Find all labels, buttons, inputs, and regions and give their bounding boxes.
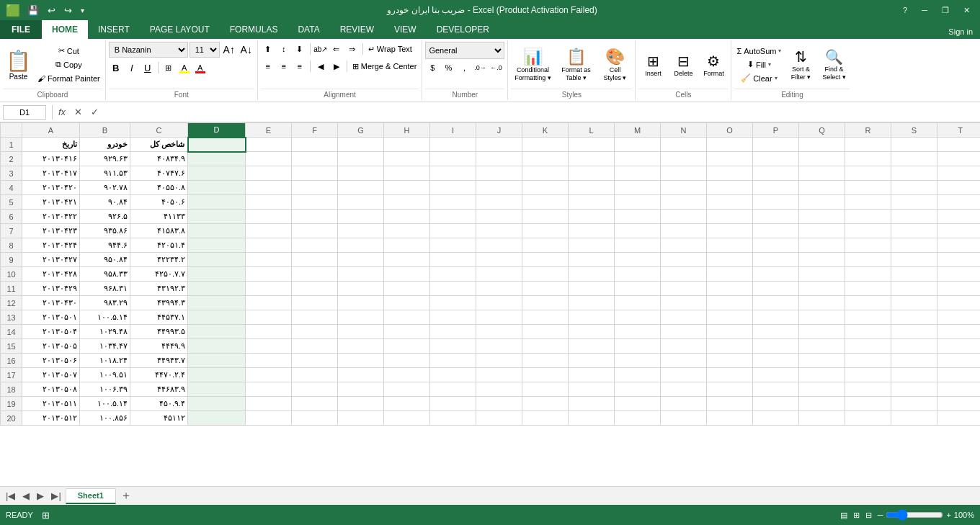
cell-e4[interactable] (246, 181, 292, 195)
cell-g10[interactable] (338, 267, 384, 282)
wrap-text-button[interactable]: ↵ Wrap Text (366, 42, 414, 55)
cell-i8[interactable] (430, 238, 476, 253)
cell-b2[interactable]: ۹۲۹.۶۳ (80, 152, 130, 166)
cell-p7[interactable] (753, 224, 799, 238)
cell-f5[interactable] (292, 195, 338, 210)
cell-r12[interactable] (845, 296, 891, 310)
cell-l3[interactable] (569, 166, 615, 181)
cell-f9[interactable] (292, 253, 338, 267)
cell-j1[interactable] (476, 138, 522, 152)
cell-l14[interactable] (569, 325, 615, 339)
cell-n4[interactable] (661, 181, 707, 195)
cell-o7[interactable] (707, 224, 753, 238)
cell-l20[interactable] (569, 411, 615, 426)
cell-m15[interactable] (615, 339, 661, 354)
page-layout-icon[interactable]: ⊞ (42, 510, 50, 521)
cell-b14[interactable]: ۱۰۲۹.۴۸ (80, 325, 130, 339)
cell-l1[interactable] (569, 138, 615, 152)
cell-f2[interactable] (292, 152, 338, 166)
cell-s8[interactable] (891, 238, 937, 253)
tab-developer[interactable]: DEVELOPER (427, 20, 499, 39)
cell-i9[interactable] (430, 253, 476, 267)
tab-home[interactable]: HOME (42, 20, 88, 39)
cell-m12[interactable] (615, 296, 661, 310)
cell-n11[interactable] (661, 282, 707, 296)
col-header-c[interactable]: C (130, 123, 188, 138)
cell-i11[interactable] (430, 282, 476, 296)
cell-r17[interactable] (845, 368, 891, 382)
cell-i7[interactable] (430, 224, 476, 238)
sheet-nav-first[interactable]: |◀ (3, 490, 18, 501)
cell-t17[interactable] (937, 368, 981, 382)
cell-c3[interactable]: ۴۰۷۴۷.۶ (130, 166, 188, 181)
row-header-16[interactable]: 16 (1, 354, 22, 368)
cell-o18[interactable] (707, 382, 753, 397)
cell-g11[interactable] (338, 282, 384, 296)
cell-g1[interactable] (338, 138, 384, 152)
cell-a16[interactable]: ۲۰۱۳۰۵۰۶ (22, 354, 80, 368)
sort-filter-button[interactable]: ⇅ Sort &Filter ▾ (785, 42, 816, 87)
cell-p6[interactable] (753, 210, 799, 224)
cell-h11[interactable] (384, 282, 430, 296)
delete-button[interactable]: ⊟ Delete (669, 42, 698, 87)
col-header-r[interactable]: R (845, 123, 891, 138)
cell-m16[interactable] (615, 354, 661, 368)
cell-g14[interactable] (338, 325, 384, 339)
cell-r7[interactable] (845, 224, 891, 238)
align-left-button[interactable]: ≡ (261, 59, 275, 73)
cell-n14[interactable] (661, 325, 707, 339)
cell-d5[interactable] (188, 195, 246, 210)
cell-t15[interactable] (937, 339, 981, 354)
cell-q17[interactable] (799, 368, 845, 382)
cell-l19[interactable] (569, 397, 615, 411)
cell-l16[interactable] (569, 354, 615, 368)
cell-j16[interactable] (476, 354, 522, 368)
tab-data[interactable]: DATA (288, 20, 329, 39)
cell-s17[interactable] (891, 368, 937, 382)
cell-styles-button[interactable]: 🎨 CellStyles ▾ (597, 42, 632, 87)
cell-p11[interactable] (753, 282, 799, 296)
cell-g5[interactable] (338, 195, 384, 210)
cell-o12[interactable] (707, 296, 753, 310)
cell-m4[interactable] (615, 181, 661, 195)
format-button[interactable]: ⚙ Format (699, 42, 728, 87)
cell-a9[interactable]: ۲۰۱۳۰۴۲۷ (22, 253, 80, 267)
cell-i6[interactable] (430, 210, 476, 224)
cell-c1[interactable]: شاخص کل (130, 138, 188, 152)
cell-d13[interactable] (188, 310, 246, 325)
cell-s4[interactable] (891, 181, 937, 195)
cell-q16[interactable] (799, 354, 845, 368)
cell-i16[interactable] (430, 354, 476, 368)
cell-o1[interactable] (707, 138, 753, 152)
row-header-3[interactable]: 3 (1, 166, 22, 181)
tab-page-layout[interactable]: PAGE LAYOUT (140, 20, 220, 39)
cell-k8[interactable] (522, 238, 569, 253)
cell-b8[interactable]: ۹۴۴.۶ (80, 238, 130, 253)
cell-d20[interactable] (188, 411, 246, 426)
cell-n12[interactable] (661, 296, 707, 310)
cell-g20[interactable] (338, 411, 384, 426)
cell-t1[interactable] (937, 138, 981, 152)
cell-h13[interactable] (384, 310, 430, 325)
cell-t13[interactable] (937, 310, 981, 325)
row-header-19[interactable]: 19 (1, 397, 22, 411)
cell-f6[interactable] (292, 210, 338, 224)
cell-b1[interactable]: خودرو (80, 138, 130, 152)
cell-k15[interactable] (522, 339, 569, 354)
page-layout-view-button[interactable]: ⊞ (853, 511, 860, 520)
row-header-4[interactable]: 4 (1, 181, 22, 195)
cell-q6[interactable] (799, 210, 845, 224)
cut-button[interactable]: ✂ Cut (35, 45, 102, 58)
row-header-13[interactable]: 13 (1, 310, 22, 325)
cell-s19[interactable] (891, 397, 937, 411)
cell-a7[interactable]: ۲۰۱۳۰۴۲۳ (22, 224, 80, 238)
cell-q20[interactable] (799, 411, 845, 426)
cell-h18[interactable] (384, 382, 430, 397)
zoom-in-button[interactable]: + (946, 511, 950, 519)
col-header-h[interactable]: H (384, 123, 430, 138)
cell-q13[interactable] (799, 310, 845, 325)
rtl-button[interactable]: ⇐ (329, 42, 344, 56)
cell-a3[interactable]: ۲۰۱۳۰۴۱۷ (22, 166, 80, 181)
cell-r6[interactable] (845, 210, 891, 224)
cell-k4[interactable] (522, 181, 569, 195)
